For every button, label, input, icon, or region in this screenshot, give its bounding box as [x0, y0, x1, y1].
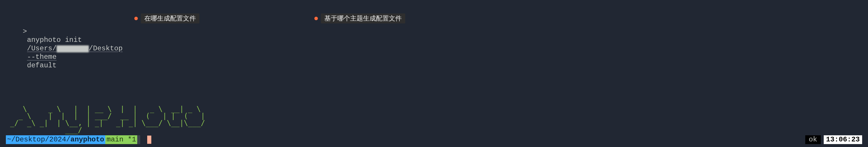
annotation-theme: 基于哪个主题生成配置文件 — [314, 13, 405, 24]
annotation-dot-icon — [314, 17, 318, 20]
status-time: 13:06:23 — [824, 135, 862, 144]
command-name: anyphoto init — [27, 36, 82, 44]
status-ok: ok — [805, 135, 821, 144]
cursor — [147, 136, 151, 144]
annotation-label: 基于哪个主题生成配置文件 — [321, 13, 405, 24]
status-path[interactable]: ~/Desktop/2024/anyphoto — [6, 135, 105, 144]
annotation-label: 在哪生成配置文件 — [141, 13, 199, 24]
redacted-user — [57, 45, 89, 52]
prompt-symbol: > — [23, 28, 27, 35]
annotation-dot-icon — [134, 17, 138, 20]
command-line[interactable]: > anyphoto init /Users//Desktop --theme … — [6, 19, 862, 78]
status-branch[interactable]: main *1 — [105, 135, 137, 144]
status-extra — [137, 135, 140, 144]
flag-value: default — [27, 62, 57, 69]
status-bar: ~/Desktop/2024/anyphoto main *1 ok 13:06… — [6, 135, 862, 144]
ascii-logo: \ _ \ | | __ \ | | _ \ __| _ \ _ \ | | |… — [6, 105, 862, 134]
annotation-path: 在哪生成配置文件 — [134, 13, 199, 24]
arg-path: /Users//Desktop — [27, 44, 123, 52]
flag-theme: --theme — [27, 53, 57, 61]
